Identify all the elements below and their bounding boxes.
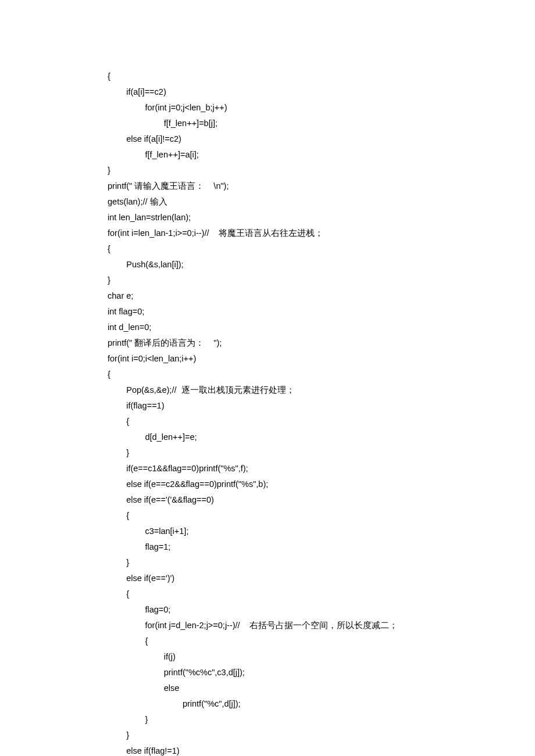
code-line: flag=1; [108,539,535,555]
code-line: } [108,555,535,571]
code-line: for(int i=0;i<len_lan;i++) [108,351,535,367]
code-line: } [108,163,535,178]
code-line: { [108,367,535,382]
code-line: for(int j=0;j<len_b;j++) [108,100,535,116]
code-line: { [108,69,535,84]
code-line: } [108,273,535,288]
code-line: else if(e==')') [108,571,535,586]
code-line: } [108,728,535,743]
code-line: { [108,414,535,429]
code-line: if(e==c1&&flag==0)printf("%s",f); [108,461,535,476]
code-line: char e; [108,288,535,304]
code-line: else [108,680,535,696]
code-line: for(int i=len_lan-1;i>=0;i--)// 将魔王语言从右往… [108,225,535,241]
code-line: printf("%c",d[j]); [108,696,535,712]
code-block: { if(a[i]==c2) for(int j=0;j<len_b;j++) … [0,0,535,756]
code-line: f[f_len++]=a[i]; [108,147,535,163]
code-line: else if(a[i]!=c2) [108,131,535,147]
code-line: int flag=0; [108,304,535,320]
code-line: else if(e=='('&&flag==0) [108,492,535,508]
code-line: else if(flag!=1) [108,743,535,756]
code-line: if(j) [108,649,535,665]
code-line: if(flag==1) [108,398,535,414]
code-line: { [108,586,535,602]
code-line: printf("%c%c",c3,d[j]); [108,665,535,680]
code-line: Push(&s,lan[i]); [108,257,535,273]
code-line: f[f_len++]=b[j]; [108,116,535,131]
code-line: } [108,445,535,461]
code-line: flag=0; [108,602,535,618]
code-line: Pop(&s,&e);// 逐一取出栈顶元素进行处理； [108,382,535,398]
code-line: for(int j=d_len-2;j>=0;j--)// 右括号占据一个空间，… [108,618,535,633]
code-line: else if(e==c2&&flag==0)printf("%s",b); [108,476,535,492]
code-line: printf(" 翻译后的语言为： "); [108,335,535,351]
code-line: { [108,633,535,649]
code-line: { [108,508,535,524]
code-line: c3=lan[i+1]; [108,524,535,539]
code-line: { [108,241,535,257]
code-line: gets(lan);// 输入 [108,194,535,210]
code-line: int len_lan=strlen(lan); [108,210,535,225]
code-line: int d_len=0; [108,320,535,335]
code-line: d[d_len++]=e; [108,429,535,445]
code-line: if(a[i]==c2) [108,84,535,100]
code-line: printf(" 请输入魔王语言： \n"); [108,178,535,194]
code-line: } [108,712,535,728]
